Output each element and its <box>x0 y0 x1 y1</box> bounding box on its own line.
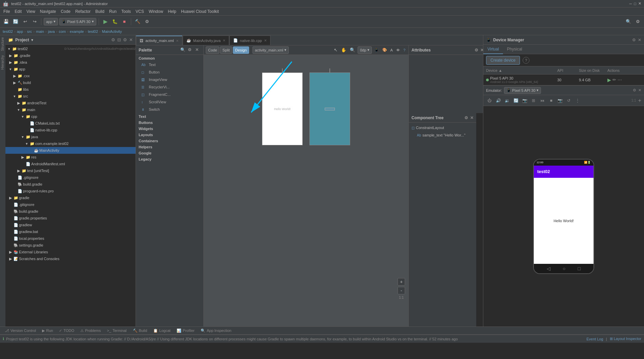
orientation-icon[interactable]: 📱 <box>373 48 380 52</box>
recent-nav-btn[interactable]: □ <box>578 266 581 271</box>
menu-item-vcs[interactable]: VCS <box>134 8 146 15</box>
hierarchy-panel-label[interactable]: Hierarchy <box>0 53 5 72</box>
locale-icon[interactable]: A <box>389 48 394 52</box>
breadcrumb-item-test02[interactable]: test02 <box>3 29 13 34</box>
palette-item-imageview[interactable]: 🖼 ImageView <box>136 76 203 83</box>
power-btn[interactable]: ⏻ <box>486 97 493 104</box>
menu-item-file[interactable]: File <box>1 8 12 15</box>
split-view-btn[interactable]: Split <box>220 46 232 54</box>
menu-item-huawei-cloud-toolkit[interactable]: Huawei Cloud Toolkit <box>179 8 221 15</box>
palette-category-containers[interactable]: Containers <box>136 138 203 144</box>
project-dropdown[interactable]: ▾ <box>31 38 33 42</box>
layout-inspector-link[interactable]: ⊞ Layout Inspector <box>610 337 641 341</box>
tree-item-main[interactable]: ▾ 📁 main <box>5 106 136 113</box>
breadcrumb-item-com[interactable]: com <box>59 29 66 34</box>
redo-btn[interactable]: ↪ <box>31 18 39 26</box>
tree-item-scratches[interactable]: ▶ 📝 Scratches and Consoles <box>5 255 136 262</box>
run-device-icon[interactable]: ▶ <box>607 77 611 83</box>
menu-item-run[interactable]: Run <box>107 8 119 15</box>
emulator-device-dropdown[interactable]: 📱 Pixel 5 API 30 ▾ <box>504 87 541 94</box>
project-close-icon[interactable]: ✕ <box>129 37 133 42</box>
emulator-add-btn[interactable]: + <box>638 98 641 104</box>
minimize-btn[interactable]: ─ <box>629 2 632 6</box>
structure-panel-label[interactable]: Structure <box>0 35 5 53</box>
tree-item-mainactivity[interactable]: ☕ MainActivity <box>5 147 136 154</box>
palette-category-google[interactable]: Google <box>136 150 203 156</box>
menu-item-edit[interactable]: Edit <box>13 8 24 15</box>
breadcrumb-item-app[interactable]: app <box>17 29 23 34</box>
config-btn[interactable]: ⚙ <box>634 18 642 26</box>
menu-item-build[interactable]: Build <box>93 8 106 15</box>
dm-tab-virtual[interactable]: Virtual <box>483 45 503 54</box>
tab-run[interactable]: ▶ Run <box>39 327 56 334</box>
snapshot-btn[interactable]: 📷 <box>521 97 528 104</box>
menu-item-code[interactable]: Code <box>59 8 73 15</box>
tab-close-icon2[interactable]: ✕ <box>223 39 225 42</box>
refresh-emu-btn[interactable]: ↺ <box>565 97 572 104</box>
palette-search-icon[interactable]: 🔍 <box>180 47 186 53</box>
sync-btn[interactable]: 🔄 <box>12 18 20 26</box>
rotate-btn[interactable]: 🔄 <box>512 97 519 104</box>
stop-btn[interactable]: ■ <box>120 18 128 26</box>
selected-widget[interactable] <box>325 108 335 110</box>
tree-item-externallibs[interactable]: ▶ 📚 External Libraries <box>5 249 136 255</box>
tab-logcat[interactable]: 📋 Logcat <box>150 327 173 334</box>
tree-item-gradleprops[interactable]: 📄 gradle.properties <box>5 215 136 221</box>
tree-item-build[interactable]: ▶ 🔨 build <box>5 79 136 86</box>
tree-item-cpp[interactable]: ▾ 📁 cpp <box>5 113 136 120</box>
more-device-icon[interactable]: ⋯ <box>618 77 622 82</box>
run-btn[interactable]: ▶ <box>101 18 109 26</box>
dm-close-icon[interactable]: ✕ <box>638 38 641 42</box>
zoom-tool-icon[interactable]: 🔍 <box>349 47 356 52</box>
tree-item-gradle2[interactable]: ▶ 📁 gradle <box>5 194 136 201</box>
edit-device-icon[interactable]: ✏ <box>612 77 616 82</box>
tree-item-idea[interactable]: ▶ 📁 .idea <box>5 59 136 66</box>
back-nav-btn[interactable]: ◁ <box>547 266 550 271</box>
tab-build[interactable]: 🔨 Build <box>130 327 150 334</box>
undo-btn[interactable]: ↩ <box>21 18 29 26</box>
tree-item-package[interactable]: ▾ 📁 com.example.test02 <box>5 140 136 147</box>
design-preview-white[interactable]: Hello World! <box>262 72 303 145</box>
breadcrumb-item-test02b[interactable]: test02 <box>88 29 98 34</box>
tree-item-test[interactable]: ▶ 📁 test [unitTest] <box>5 167 136 174</box>
app-dropdown[interactable]: app ▾ <box>44 18 58 25</box>
tree-item-gradlewbat[interactable]: 📄 gradlew.bat <box>5 228 136 235</box>
tree-item-res[interactable]: ▶ 📁 res <box>5 154 136 161</box>
eye-icon[interactable]: 👁 <box>395 48 401 52</box>
breadcrumb-item-mainactivity[interactable]: MainActivity <box>102 29 122 34</box>
menu-item-navigate[interactable]: Navigate <box>38 8 58 15</box>
build-btn[interactable]: 🔨 <box>134 18 142 26</box>
palette-item-scrollview[interactable]: ↕ ScrollView <box>136 98 203 106</box>
palette-category-common[interactable]: Common <box>136 55 203 61</box>
tree-item-test02[interactable]: ▾ 📁 test02 D:\Users\zhendongzhu\AndroidS… <box>5 45 136 52</box>
tab-nativelib[interactable]: 📄 native-lib.cpp ✕ <box>229 36 270 45</box>
code-view-btn[interactable]: Code <box>206 46 219 54</box>
col-api-header[interactable]: API <box>557 68 578 72</box>
palette-item-text[interactable]: Ab Text <box>136 61 203 68</box>
design-preview-teal[interactable] <box>309 72 350 145</box>
tab-mainactivity[interactable]: ☕ MainActivity.java ✕ <box>183 36 229 45</box>
more-emu-btn[interactable]: ⋮ <box>574 97 581 104</box>
tree-item-gitignore2[interactable]: 📄 .gitignore <box>5 201 136 208</box>
menu-item-refactor[interactable]: Refactor <box>73 8 93 15</box>
emulator-settings-icon[interactable]: ⚙ <box>633 88 636 92</box>
breadcrumb-item-example[interactable]: example <box>70 29 84 34</box>
volume-up-btn[interactable]: 🔊 <box>495 97 502 104</box>
col-size-header[interactable]: Size on Disk <box>579 68 606 72</box>
tab-activity-main[interactable]: 🖼 activity_main.xml ✕ <box>136 36 182 45</box>
dp-dropdown[interactable]: 0dp ▾ <box>358 46 371 54</box>
menu-item-tools[interactable]: Tools <box>119 8 133 15</box>
tree-item-src[interactable]: ▾ 📁 src <box>5 93 136 100</box>
camera-emu-btn[interactable]: 📷 <box>557 97 563 104</box>
theme-icon[interactable]: 🎨 <box>381 48 388 52</box>
tree-item-gradlew[interactable]: 📄 gradlew <box>5 221 136 228</box>
palette-item-button[interactable]: ◻ Button <box>136 68 203 76</box>
debug-btn[interactable]: 🐛 <box>111 18 119 26</box>
prev-btn[interactable]: ⏮ <box>539 97 546 104</box>
tab-problems[interactable]: ⚠ Problems <box>78 327 103 334</box>
device-row-pixel5[interactable]: Pixel 5 API 30 Android 11.0 Google APIs … <box>483 75 644 85</box>
ct-item-sampletext[interactable]: Ab sample_text "Hello Wor..." <box>409 131 476 139</box>
project-settings-icon[interactable]: ⚙ <box>123 37 127 42</box>
zoom-in-btn[interactable]: + <box>398 278 405 286</box>
settings-btn[interactable]: ⚙ <box>143 18 151 26</box>
